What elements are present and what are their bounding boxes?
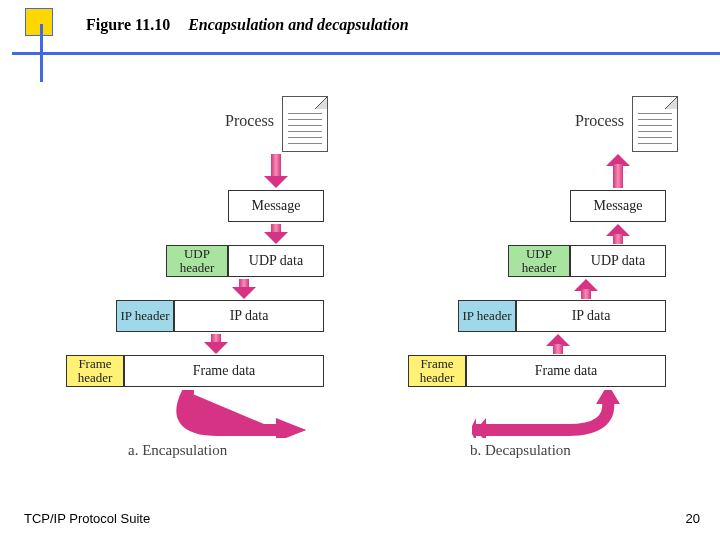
curve-arrow-up-icon <box>472 390 632 438</box>
ip-data-box: IP data <box>516 300 666 332</box>
udp-header-box: UDP header <box>166 245 228 277</box>
figure-number: Figure 11.10 <box>86 16 170 33</box>
process-label-right: Process <box>575 112 624 130</box>
arrow-down-icon <box>268 154 284 188</box>
document-icon <box>282 96 328 152</box>
frame-data-box: Frame data <box>466 355 666 387</box>
slide-bullet-decoration <box>25 8 53 36</box>
caption-decapsulation: b. Decapsulation <box>470 442 571 459</box>
arrow-down-icon <box>208 334 224 354</box>
arrow-down-icon <box>268 224 284 244</box>
arrow-up-icon <box>610 154 626 188</box>
figure-name: Encapsulation and decapsulation <box>188 16 409 33</box>
message-box: Message <box>228 190 324 222</box>
arrow-up-icon <box>610 224 626 244</box>
ip-header-box: IP header <box>116 300 174 332</box>
frame-header-box: Frame header <box>66 355 124 387</box>
ip-data-box: IP data <box>174 300 324 332</box>
ip-header-box: IP header <box>458 300 516 332</box>
udp-data-box: UDP data <box>570 245 666 277</box>
horizontal-rule <box>12 52 720 55</box>
caption-encapsulation: a. Encapsulation <box>128 442 227 459</box>
frame-data-box: Frame data <box>124 355 324 387</box>
svg-marker-0 <box>276 418 306 438</box>
diagram-area: Process Message UDP header UDP data IP h… <box>10 90 710 480</box>
curve-arrow-right-icon <box>148 390 308 438</box>
svg-marker-2 <box>596 390 620 404</box>
arrow-up-icon <box>550 334 566 354</box>
footer-text: TCP/IP Protocol Suite <box>24 511 150 526</box>
frame-header-box: Frame header <box>408 355 466 387</box>
decapsulation-panel: Process Message UDP header UDP data IP h… <box>362 90 702 480</box>
figure-title: Figure 11.10 Encapsulation and decapsula… <box>86 16 409 34</box>
udp-data-box: UDP data <box>228 245 324 277</box>
document-icon <box>632 96 678 152</box>
message-box: Message <box>570 190 666 222</box>
process-label-left: Process <box>225 112 274 130</box>
arrow-down-icon <box>236 279 252 299</box>
encapsulation-panel: Process Message UDP header UDP data IP h… <box>18 90 358 480</box>
page-number: 20 <box>686 511 700 526</box>
svg-marker-3 <box>472 418 476 438</box>
udp-header-box: UDP header <box>508 245 570 277</box>
arrow-up-icon <box>578 279 594 299</box>
